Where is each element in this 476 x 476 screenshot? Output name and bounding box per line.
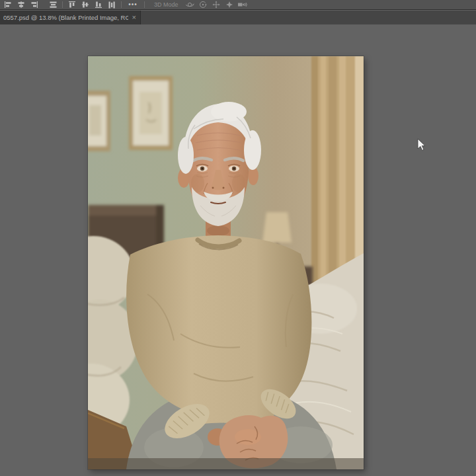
distribute-horizontally-icon[interactable] — [46, 0, 60, 9]
roll-3d-icon[interactable] — [196, 0, 210, 9]
document-tab-title: 0557.psd @ 13.8% (Blank Printed Image, R… — [3, 14, 128, 21]
photo-bottom-shadow — [88, 458, 364, 469]
distribute-vertically-icon[interactable] — [105, 0, 118, 9]
align-vertical-centers-icon[interactable] — [79, 0, 92, 9]
document-tab[interactable]: 0557.psd @ 13.8% (Blank Printed Image, R… — [0, 11, 141, 24]
slide-3d-icon[interactable] — [223, 0, 236, 9]
divider — [144, 1, 145, 8]
orbit-3d-icon[interactable] — [183, 0, 196, 9]
photo-illustration — [88, 56, 364, 469]
options-bar: ••• 3D Mode — [0, 0, 476, 10]
document-tab-bar: 0557.psd @ 13.8% (Blank Printed Image, R… — [0, 11, 476, 24]
divider — [121, 1, 122, 8]
photo-canvas[interactable] — [88, 56, 364, 469]
canvas-area[interactable] — [0, 24, 476, 476]
align-left-edges-icon[interactable] — [1, 0, 15, 9]
3d-mode-label: 3D Mode — [154, 1, 178, 8]
more-align-options-icon[interactable]: ••• — [124, 0, 141, 9]
zoom-3d-camera-icon[interactable] — [236, 0, 249, 9]
divider — [62, 1, 63, 8]
mouse-cursor-icon — [416, 138, 426, 151]
tab-close-icon[interactable]: × — [132, 14, 136, 21]
align-top-edges-icon[interactable] — [65, 0, 79, 9]
align-bottom-edges-icon[interactable] — [92, 0, 105, 9]
align-horizontal-centers-icon[interactable] — [15, 0, 28, 9]
pan-3d-icon[interactable] — [210, 0, 223, 9]
align-right-edges-icon[interactable] — [28, 0, 41, 9]
